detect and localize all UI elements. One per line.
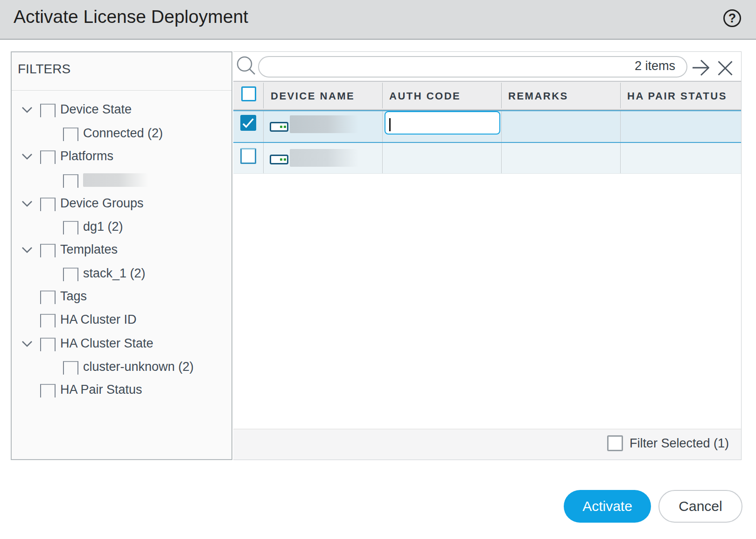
svg-text:?: ?: [728, 11, 736, 25]
